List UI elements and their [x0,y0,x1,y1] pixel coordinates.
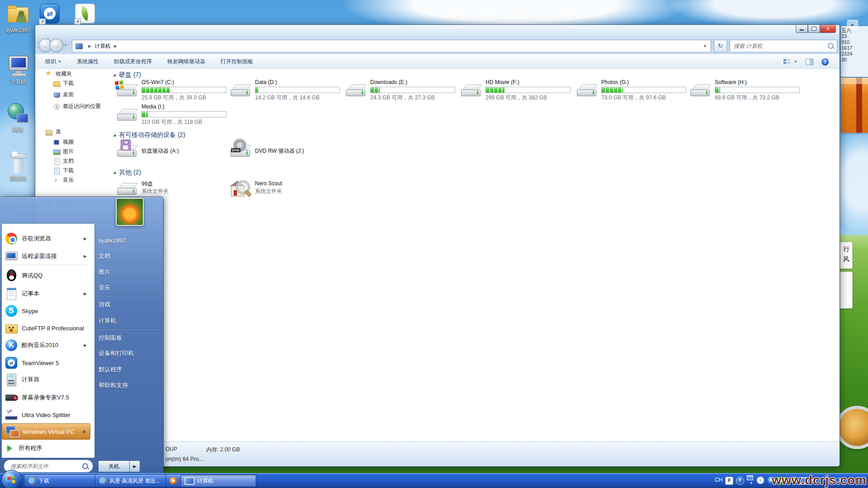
start-menu-item-计算器[interactable]: 计算器 [1,371,90,388]
calendar-gadget[interactable]: 五六239101617232430 [841,26,868,77]
start-menu-link-帮助和支持[interactable]: 帮助和支持 [99,379,160,392]
input-method-icon[interactable]: P [725,477,733,485]
search-input[interactable] [733,42,823,51]
orange-gadget[interactable] [841,78,868,133]
group-header[interactable]: 有可移动存储的设备 (2) [113,131,185,139]
sidebar-item-文档[interactable]: 文档 [53,157,74,165]
window-titlebar[interactable]: ✕ ← → ▼ ▶ 计算机 ▶ ▼ ↻ [35,25,840,55]
start-menu-link-设备和打印机[interactable]: 设备和打印机 [99,347,160,360]
drive-tile-HD Movie (F:)[interactable]: HD Movie (F:)299 GB 可用，共 382 GB [461,79,574,102]
start-menu-item-远程桌面连接[interactable]: 远程桌面连接▶ [1,248,90,264]
start-menu-item-腾讯QQ[interactable]: 腾讯QQ [1,267,90,284]
vertical-tab-gadget[interactable] [840,272,853,309]
sidebar-group-收藏夹[interactable]: 收藏夹 [46,70,72,78]
start-menu-item-记事本[interactable]: 记事本▶ [1,286,90,302]
drive-tile-DVD RW 驱动器 (J:)[interactable]: DVD RW 驱动器 (J:) [230,140,343,162]
refresh-button[interactable]: ↻ [714,40,727,52]
desktop-shortcut-teamviewer[interactable]: ↗ [40,4,60,24]
start-menu-link-liyafe1997[interactable]: liyafe1997 [99,234,160,247]
start-menu-link-控制面板[interactable]: 控制面板 [99,332,160,344]
start-menu-link-计算机[interactable]: 计算机 [99,314,160,327]
shutdown-options-arrow[interactable]: ▶ [130,460,140,472]
toolbar-command[interactable]: 打开控制面板 [221,58,253,66]
breadcrumb-arrow-icon[interactable]: ▶ [111,44,120,48]
sidebar-item-桌面[interactable]: 桌面 [53,91,74,99]
search-icon[interactable] [828,43,834,49]
start-menu-item-谷歌浏览器[interactable]: 谷歌浏览器▶ [1,230,90,247]
shutdown-button[interactable]: 关机 [98,460,130,472]
toolbar-command[interactable]: 卸载或更改程序 [114,58,152,66]
sidebar-item-最近访问的位置[interactable]: 最近访问的位置 [53,103,101,110]
sidebar-group-库[interactable]: 库 [46,128,61,136]
sidebar-item-下载[interactable]: 下载 [53,167,74,174]
address-dropdown-icon[interactable]: ▼ [703,44,711,48]
language-bar-restore-icon[interactable] [747,475,753,480]
drive-tile-Photos (G:)[interactable]: Photos (G:)73.0 GB 可用，共 97.6 GB [576,79,689,102]
desktop-icon-my-computer[interactable]: 计算机 [4,55,33,100]
desktop-icon-user-folder[interactable]: liyafe1997 [4,4,33,49]
sidebar-item-下载[interactable]: 下载 [53,80,74,87]
taskbar-button-计算机[interactable]: 计算机 [180,474,256,487]
toolbar-command[interactable]: 系统属性 [77,58,99,66]
drive-tile-Downloads (E:)[interactable]: Downloads (E:)24.3 GB 可用，共 27.3 GB [345,79,458,102]
drive-tile-Media (I:)[interactable]: Media (I:)110 GB 可用，共 118 GB [117,103,230,126]
collapse-triangle-icon[interactable] [113,134,116,136]
vertical-tab-gadget[interactable]: 行风 [840,242,853,269]
language-bar-options-icon[interactable]: ▾ [750,481,752,485]
breadcrumb[interactable]: ▶ 计算机 ▶ ▼ [72,40,711,52]
calendar-date[interactable]: 16 [841,45,847,51]
drive-tile-Data (D:)[interactable]: Data (D:)14.2 GB 可用，共 14.6 GB [230,79,343,102]
calendar-date[interactable]: 23 [841,51,847,57]
start-menu-item-CuteFTP 8 Professional[interactable]: CuteFTP 8 Professional [1,320,90,336]
all-programs-button[interactable]: 所有程序 [1,441,90,456]
drive-tile-Nero Scout[interactable]: Nero Scout系统文件夹 [230,178,343,200]
sidebar-item-视频[interactable]: 视频 [53,138,74,146]
start-menu-item-Ultra Video Splitter[interactable]: Ultra Video Splitter [1,407,90,423]
desktop-icon-network[interactable]: 网络 [4,103,33,148]
calendar-date[interactable]: 24 [847,51,852,57]
breadcrumb-location[interactable]: 计算机 [94,42,111,50]
language-indicator[interactable]: CH [715,477,722,483]
start-menu-link-游戏[interactable]: 游戏 [99,298,160,311]
collapse-triangle-icon[interactable] [113,171,116,174]
maximize-button[interactable] [808,25,820,33]
start-menu-item-酷狗音乐2010[interactable]: 酷狗音乐2010▶ [1,337,90,353]
preview-pane-button[interactable] [806,59,813,65]
collapse-triangle-icon[interactable] [113,74,116,76]
drive-tile-软盘驱动器 (A:)[interactable]: 软盘驱动器 (A:) [117,140,230,162]
start-menu-item-屏幕录像专家V7.5[interactable]: 屏幕录像专家V7.5 [1,389,90,406]
start-button[interactable] [1,470,22,488]
start-menu-link-音乐[interactable]: 音乐 [99,282,160,294]
help-button[interactable]: ? [821,58,829,66]
start-menu-item-Windows Virtual PC[interactable]: Windows Virtual PC▶ [2,423,90,440]
change-view-button[interactable]: ▼ [783,59,797,65]
drive-tile-OS-Win7 (C:)[interactable]: OS-Win7 (C:)25.9 GB 可用，共 39.0 GB [117,79,230,102]
start-menu-link-文档[interactable]: 文档 [99,250,160,263]
calendar-date[interactable]: 10 [844,39,849,45]
hide-icons-chevron[interactable]: ‹ [757,477,764,484]
desktop-shortcut-photoshop-feather[interactable]: ↗ [75,4,95,24]
group-header[interactable]: 硬盘 (7) [113,71,141,79]
sidebar-item-音乐[interactable]: 音乐 [53,176,74,184]
user-picture[interactable] [116,198,144,226]
close-button[interactable]: ✕ [820,25,836,33]
breadcrumb-arrow-icon[interactable]: ▶ [85,44,94,48]
minimize-button[interactable] [796,25,808,33]
start-menu-item-Skype[interactable]: Skype [1,303,90,319]
calendar-date[interactable]: 17 [847,45,852,51]
start-menu-link-默认程序[interactable]: 默认程序 [99,363,160,376]
ime-help-icon[interactable]: ? [736,477,744,485]
calendar-date[interactable]: 30 [841,57,847,63]
start-menu-item-TeamViewer 5[interactable]: TeamViewer 5 [1,355,90,371]
organize-button[interactable]: 组织 ▼ [45,58,61,66]
taskbar-button-下载[interactable]: 下载 [24,474,100,487]
start-menu-link-图片[interactable]: 图片 [99,266,160,278]
desktop-icon-recycle-bin[interactable]: 回收站 [4,152,33,197]
sidebar-item-图片[interactable]: 图片 [53,148,74,155]
calendar-date[interactable]: 3 [844,33,847,39]
history-dropdown-icon[interactable]: ▼ [64,43,67,47]
toolbar-command[interactable]: 映射网络驱动器 [167,58,205,66]
drive-tile-Software (H:)[interactable]: Software (H:)68.9 GB 可用，共 73.2 GB [690,79,803,102]
group-header[interactable]: 其他 (2) [113,169,141,177]
taskbar-button-风景 高清风景 最近...[interactable]: 风景 高清风景 最近... [95,474,171,487]
